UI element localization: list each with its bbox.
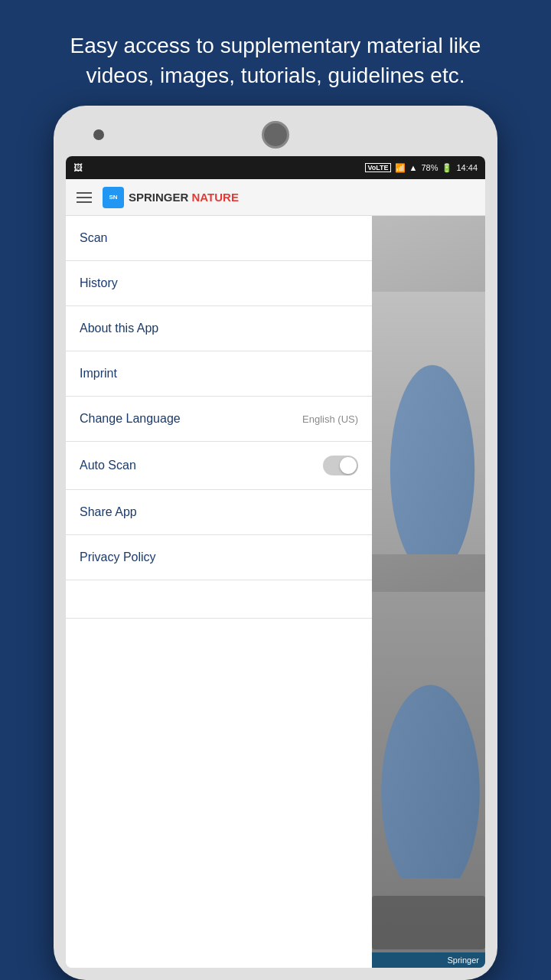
volte-indicator: VoLTE <box>365 163 390 172</box>
signal-icon: ▲ <box>409 163 418 172</box>
language-value: English (US) <box>302 413 358 425</box>
phone-top-bar <box>66 118 485 156</box>
front-camera-small <box>93 129 104 140</box>
screen-body: Scan History About this App Imprint Chan… <box>66 216 485 968</box>
toggle-knob <box>340 457 357 474</box>
menu-item-language[interactable]: Change Language English (US) <box>66 397 372 442</box>
front-camera-large <box>262 121 289 149</box>
battery-text: 78% <box>421 163 438 172</box>
menu-item-about[interactable]: About this App <box>66 306 372 351</box>
navigation-drawer: Scan History About this App Imprint Chan… <box>66 216 372 968</box>
menu-item-extra <box>66 580 372 619</box>
header-section: Easy access to supplementary material li… <box>0 0 551 106</box>
status-bar: 🖼 VoLTE 📶 ▲ 78% 🔋 14:44 <box>66 156 485 179</box>
springer-logo-icon: SN <box>103 187 124 208</box>
battery-icon: 🔋 <box>442 163 452 173</box>
menu-item-share[interactable]: Share App <box>66 490 372 535</box>
phone-screen: 🖼 VoLTE 📶 ▲ 78% 🔋 14:44 SN SPRINGER <box>66 156 485 968</box>
app-bar: SN SPRINGER NATURE <box>66 179 485 216</box>
clock: 14:44 <box>456 163 478 172</box>
menu-item-autoscan[interactable]: Auto Scan <box>66 442 372 490</box>
logo-area: SN SPRINGER NATURE <box>103 187 239 208</box>
exercise-image-bottom <box>372 592 485 949</box>
menu-item-history[interactable]: History <box>66 261 372 306</box>
side-content: Springer <box>372 216 485 968</box>
notification-icon: 🖼 <box>73 162 83 173</box>
app-title: SPRINGER NATURE <box>129 191 239 204</box>
menu-item-privacy[interactable]: Privacy Policy <box>66 535 372 580</box>
header-text: Easy access to supplementary material li… <box>0 0 551 106</box>
autoscan-toggle[interactable] <box>323 456 358 475</box>
menu-item-imprint[interactable]: Imprint <box>66 351 372 397</box>
phone-wrapper: 🖼 VoLTE 📶 ▲ 78% 🔋 14:44 SN SPRINGER <box>54 106 497 980</box>
hamburger-menu[interactable] <box>77 192 92 203</box>
menu-item-scan[interactable]: Scan <box>66 216 372 261</box>
springer-label: Springer <box>372 952 485 968</box>
wifi-icon: 📶 <box>395 163 406 173</box>
status-right: VoLTE 📶 ▲ 78% 🔋 14:44 <box>365 163 478 173</box>
status-left: 🖼 <box>73 162 83 173</box>
exercise-image-top <box>372 292 485 555</box>
speaker-grill <box>447 129 458 140</box>
